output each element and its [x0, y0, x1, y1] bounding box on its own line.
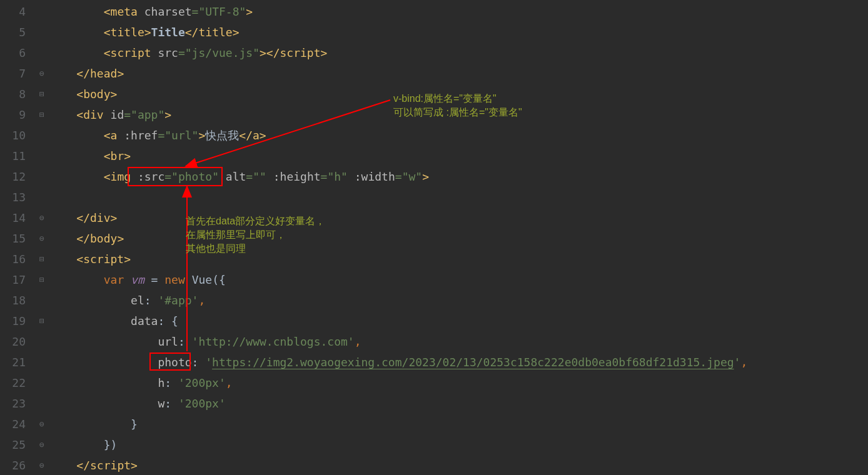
line-number: 8 [0, 84, 34, 104]
fold-toggle-icon[interactable]: ⊖ [34, 434, 49, 455]
fold-toggle-icon[interactable]: ⊟ [34, 104, 49, 125]
code-line[interactable]: url: 'http://www.cnblogs.com', [49, 331, 868, 352]
code-line[interactable]: photo: 'https://img2.woyaogexing.com/202… [49, 352, 868, 372]
line-number: 17 [0, 269, 34, 290]
line-number: 19 [0, 311, 34, 331]
line-number: 26 [0, 455, 34, 475]
line-number: 10 [0, 125, 34, 146]
line-number: 12 [0, 166, 34, 187]
code-line[interactable] [49, 187, 868, 208]
code-line[interactable]: <title>Title</title> [49, 22, 868, 42]
code-line[interactable]: <div id="app"> [49, 104, 868, 125]
code-line[interactable]: h: '200px', [49, 372, 868, 393]
line-number: 25 [0, 434, 34, 455]
fold-toggle-icon[interactable]: ⊖ [34, 63, 49, 84]
code-line[interactable]: el: '#app', [49, 290, 868, 311]
line-number: 15 [0, 228, 34, 249]
code-line[interactable]: </script> [49, 455, 868, 475]
line-number: 9 [0, 104, 34, 125]
code-area[interactable]: <meta charset="UTF-8"> <title>Title</tit… [49, 0, 868, 475]
line-number: 13 [0, 187, 34, 208]
line-number: 7 [0, 63, 34, 84]
fold-toggle-icon[interactable]: ⊟ [34, 269, 49, 290]
code-line[interactable]: <a :href="url">快点我</a> [49, 125, 868, 146]
line-number: 24 [0, 414, 34, 434]
code-line[interactable]: </body> [49, 228, 868, 249]
line-number: 11 [0, 146, 34, 166]
line-number: 21 [0, 352, 34, 372]
code-line[interactable]: w: '200px' [49, 393, 868, 414]
line-number: 4 [0, 1, 34, 22]
code-line[interactable]: var vm = new Vue({ [49, 269, 868, 290]
code-line[interactable]: <script src="js/vue.js"></script> [49, 42, 868, 63]
line-number: 23 [0, 393, 34, 414]
code-line[interactable]: </head> [49, 63, 868, 84]
line-number: 20 [0, 331, 34, 352]
line-number-gutter: 4 5 6 7 8 9 10 11 12 13 14 15 16 17 18 1… [0, 0, 34, 475]
fold-toggle-icon[interactable]: ⊖ [34, 208, 49, 228]
line-number: 5 [0, 22, 34, 42]
code-line[interactable]: <img :src="photo" alt="" :height="h" :wi… [49, 166, 868, 187]
fold-toggle-icon[interactable]: ⊖ [34, 414, 49, 434]
line-number: 16 [0, 249, 34, 269]
fold-gutter: ⊖ ⊟ ⊟ ⊖ ⊖ ⊟ ⊟ ⊟ ⊖ ⊖ ⊖ [34, 0, 49, 475]
fold-toggle-icon[interactable]: ⊖ [34, 455, 49, 475]
code-line[interactable]: data: { [49, 311, 868, 331]
line-number: 18 [0, 290, 34, 311]
code-line[interactable]: } [49, 414, 868, 434]
code-line[interactable]: }) [49, 434, 868, 455]
line-number: 6 [0, 42, 34, 63]
fold-toggle-icon[interactable]: ⊟ [34, 311, 49, 331]
fold-toggle-icon[interactable]: ⊟ [34, 249, 49, 269]
code-line[interactable]: <script> [49, 249, 868, 269]
code-line[interactable]: <br> [49, 146, 868, 166]
code-editor[interactable]: 4 5 6 7 8 9 10 11 12 13 14 15 16 17 18 1… [0, 0, 868, 475]
code-line[interactable]: </div> [49, 208, 868, 228]
fold-toggle-icon[interactable]: ⊖ [34, 228, 49, 249]
line-number: 14 [0, 208, 34, 228]
code-line[interactable]: <body> [49, 84, 868, 104]
code-line[interactable]: <meta charset="UTF-8"> [49, 1, 868, 22]
line-number: 22 [0, 372, 34, 393]
fold-toggle-icon[interactable]: ⊟ [34, 84, 49, 104]
